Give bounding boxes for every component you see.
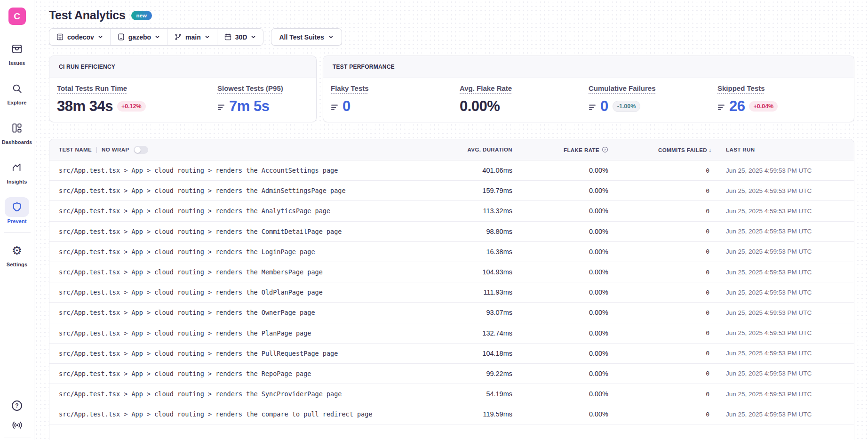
org-selector[interactable]: codecov [49,29,110,45]
test-name-cell[interactable]: src/App.test.tsx > App > cloud routing >… [49,288,418,296]
stat-label[interactable]: Slowest Tests (P95) [217,84,283,92]
branch-selector[interactable]: main [167,29,217,45]
commits-failed-cell: 0 [608,350,712,357]
stat-value: 7m 5s [229,98,269,115]
test-name-cell[interactable]: src/App.test.tsx > App > cloud routing >… [49,187,418,194]
flake-rate-cell: 0.00% [512,187,608,194]
help-icon[interactable]: ? [12,400,22,411]
header-separator [96,147,97,153]
sidebar: C Issues Explore [0,0,34,440]
no-wrap-label: NO WRAP [102,147,129,152]
dashboards-icon [5,118,29,138]
commits-failed-cell: 0 [608,187,712,194]
shield-icon [5,197,29,217]
commits-failed-cell: 0 [608,411,712,418]
sidebar-item-explore[interactable]: Explore [0,79,34,105]
last-run-cell: Jun 25, 2025 4:59:53 PM UTC [712,309,854,316]
test-name-cell[interactable]: src/App.test.tsx > App > cloud routing >… [49,329,418,337]
avg-duration-cell: 401.06ms [418,167,512,174]
chevron-down-icon [250,34,256,40]
commits-failed-cell: 0 [608,248,712,255]
flake-rate-cell: 0.00% [512,390,608,398]
flake-rate-cell: 0.00% [512,370,608,377]
flake-rate-cell: 0.00% [512,228,608,235]
commits-failed-cell: 0 [608,370,712,377]
col-test-name[interactable]: TEST NAME [59,147,92,152]
commits-failed-cell: 0 [608,391,712,398]
sidebar-item-label: Dashboards [2,139,32,145]
stat-slowest-tests: Slowest Tests (P95) 7m 5s [217,84,309,115]
test-name-cell[interactable]: src/App.test.tsx > App > cloud routing >… [49,410,418,418]
avg-duration-cell: 98.80ms [418,228,512,235]
stat-label[interactable]: Flaky Tests [331,84,369,92]
test-name-cell[interactable]: src/App.test.tsx > App > cloud routing >… [49,370,418,377]
branch-label: main [185,33,201,41]
table-row[interactable]: src/App.test.tsx > App > cloud routing >… [49,364,854,384]
test-name-cell[interactable]: src/App.test.tsx > App > cloud routing >… [49,167,418,174]
table-row[interactable]: src/App.test.tsx > App > cloud routing >… [49,323,854,344]
table-row[interactable]: src/App.test.tsx > App > cloud routing >… [49,160,854,181]
date-range-selector[interactable]: 30D [217,29,263,45]
test-name-cell[interactable]: src/App.test.tsx > App > cloud routing >… [49,309,418,316]
test-name-cell[interactable]: src/App.test.tsx > App > cloud routing >… [49,390,418,398]
table-row[interactable]: src/App.test.tsx > App > cloud routing >… [49,384,854,404]
test-name-cell[interactable]: src/App.test.tsx > App > cloud routing >… [49,350,418,357]
sidebar-item-prevent[interactable]: Prevent [0,197,34,224]
sidebar-item-insights[interactable]: Insights [0,158,34,184]
table-row[interactable]: src/App.test.tsx > App > cloud routing >… [49,181,854,201]
flake-rate-cell: 0.00% [512,350,608,357]
table-row[interactable]: src/App.test.tsx > App > cloud routing >… [49,404,854,424]
test-suites-selector[interactable]: All Test Suites [271,28,342,46]
last-run-cell: Jun 25, 2025 4:59:53 PM UTC [712,167,854,174]
sidebar-footer: ? [0,400,34,438]
avg-duration-cell: 119.59ms [418,410,512,418]
app-logo[interactable]: C [8,8,26,25]
table-row[interactable]: src/App.test.tsx > App > cloud routing >… [49,222,854,242]
table-row[interactable]: src/App.test.tsx > App > cloud routing >… [49,344,854,364]
stat-label[interactable]: Total Tests Run Time [57,84,127,92]
table-row[interactable]: src/App.test.tsx > App > cloud routing >… [49,201,854,221]
no-wrap-toggle[interactable] [134,146,148,154]
sidebar-item-settings[interactable]: ⚙ Settings [0,240,34,267]
avg-duration-cell: 113.32ms [418,207,512,215]
panel-body: Flaky Tests 0 Avg. Flake Rate 0.00% C [323,78,854,115]
sidebar-item-dashboards[interactable]: Dashboards [0,118,34,145]
ci-run-efficiency-panel: CI RUN EFFICIENCY Total Tests Run Time 3… [49,56,317,122]
stat-label[interactable]: Cumulative Failures [589,84,656,92]
flake-rate-cell: 0.00% [512,309,608,316]
test-name-cell[interactable]: src/App.test.tsx > App > cloud routing >… [49,268,418,276]
test-name-cell[interactable]: src/App.test.tsx > App > cloud routing >… [49,207,418,215]
col-flake-rate[interactable]: FLAKE RATE? [512,146,608,153]
col-commits-failed[interactable]: COMMITS FAILED↓ [608,146,712,153]
test-name-cell[interactable]: src/App.test.tsx > App > cloud routing >… [49,248,418,256]
org-icon [56,33,64,41]
commits-failed-cell: 0 [608,289,712,296]
broadcast-icon[interactable] [11,419,24,432]
col-avg-duration[interactable]: AVG. DURATION [418,147,512,152]
repo-selector[interactable]: gazebo [110,29,167,45]
sidebar-item-label: Insights [7,179,27,184]
stat-label[interactable]: Avg. Flake Rate [460,84,512,92]
table-row[interactable]: src/App.test.tsx > App > cloud routing >… [49,303,854,323]
avg-duration-cell: 104.93ms [418,268,512,276]
commits-failed-cell: 0 [608,228,712,235]
sidebar-divider [4,232,31,233]
table-row[interactable]: src/App.test.tsx > App > cloud routing >… [49,242,854,262]
sort-desc-icon: ↓ [709,146,712,153]
filter-bars-icon [717,104,725,111]
last-run-cell: Jun 25, 2025 4:59:53 PM UTC [712,248,854,255]
panel-header: TEST PERFORMANCE [323,56,854,78]
sidebar-item-issues[interactable]: Issues [0,39,34,66]
avg-duration-cell: 111.93ms [418,288,512,296]
flake-rate-cell: 0.00% [512,207,608,215]
col-last-run[interactable]: LAST RUN [712,147,854,152]
commits-failed-cell: 0 [608,309,712,316]
test-name-cell[interactable]: src/App.test.tsx > App > cloud routing >… [49,228,418,235]
table-row[interactable]: src/App.test.tsx > App > cloud routing >… [49,282,854,303]
repo-label: gazebo [128,33,151,41]
last-run-cell: Jun 25, 2025 4:59:53 PM UTC [712,208,854,215]
flake-rate-cell: 0.00% [512,248,608,256]
table-row[interactable]: src/App.test.tsx > App > cloud routing >… [49,262,854,282]
stat-label[interactable]: Skipped Tests [717,84,765,92]
question-circle-icon[interactable]: ? [602,146,608,153]
